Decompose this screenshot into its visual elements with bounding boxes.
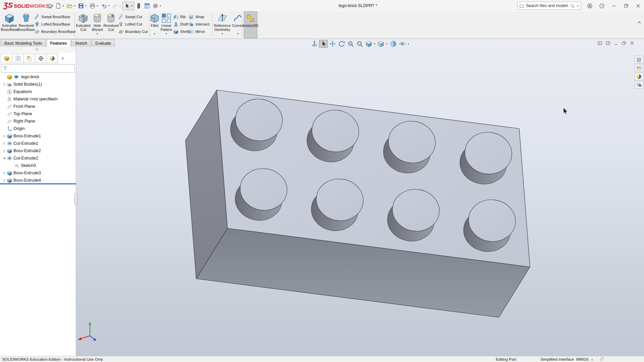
expand-arrow-icon[interactable] [3,179,6,182]
tree-item-equations[interactable]: ΣEquations [0,88,76,95]
tree-item-front-plane[interactable]: Front Plane [0,103,76,110]
manager-tab-properties[interactable] [12,53,24,63]
open-button[interactable]: ▼ [65,1,77,10]
tab-sketch[interactable]: Sketch [71,39,91,47]
tab-evaluate[interactable]: Evaluate [92,39,115,47]
collapse-arrow-icon[interactable] [3,157,6,160]
intersect-button[interactable]: Intersect [188,20,209,28]
doc-close-button[interactable] [629,40,635,47]
display-style-button[interactable] [377,40,385,48]
swept-cut-button[interactable]: Swept Cut [118,13,148,20]
section-view-button[interactable] [389,40,398,48]
dropdown-arrow-icon[interactable]: ▼ [237,33,239,35]
view-palette-button[interactable] [635,64,643,72]
expand-arrow-icon[interactable] [3,142,6,145]
save-button[interactable]: ▼ [77,1,88,10]
extruded-cut-button[interactable]: ExtrudedCut [76,11,91,38]
manager-tab-part[interactable] [1,53,12,63]
instant3d-button[interactable]: Instant3D [244,11,257,38]
doc-restore-button[interactable] [621,40,627,47]
tree-item-right-plane[interactable]: Right Plane [0,118,76,125]
settings-button[interactable]: ▼ [151,1,163,10]
zoom-area-button[interactable] [355,40,364,48]
window-maximize-button[interactable] [620,0,632,11]
dropdown-arrow-icon[interactable]: ▼ [73,5,76,7]
panel-splitter-handle[interactable] [74,193,77,205]
manager-tab-configurations[interactable] [23,53,35,63]
tree-item-sketch3[interactable]: Sketch3 [0,162,76,169]
report-button[interactable] [143,1,151,10]
user-account-button[interactable] [584,0,596,11]
hide-show-dropdown-icon[interactable]: ▼ [407,43,410,45]
zoom-fit-button[interactable] [346,40,355,48]
revolved-boss-button[interactable]: RevolvedBoss/Base [18,11,34,38]
dock-right-button[interactable] [605,40,611,47]
search-box[interactable]: Search files and models▼ [517,2,581,10]
print-button[interactable]: ▼ [88,1,100,10]
search-dropdown-icon[interactable]: ▼ [577,5,579,7]
select-button[interactable]: ▼ [122,1,135,10]
draft-button[interactable]: Draft [173,20,188,28]
linear-pattern-button[interactable]: LinearPattern▼ [160,11,173,38]
ribbon-collapse-icon[interactable] [637,20,642,25]
tab-features[interactable]: Features [47,39,71,47]
dropdown-arrow-icon[interactable]: ▼ [96,5,99,7]
search-input[interactable]: Search files and models [526,3,568,8]
appearances-scenes-button[interactable] [635,73,643,80]
new-document-button[interactable]: ▼ [54,1,65,10]
lofted-button[interactable]: Lofted Boss/Base [34,20,76,28]
window-minimize-button[interactable] [608,0,620,11]
tree-item-origin[interactable]: Origin [0,125,76,132]
status-tag-icon[interactable] [599,357,604,362]
expand-arrow-icon[interactable] [3,135,6,138]
fillet-button[interactable]: Fillet▼ [150,11,160,38]
tree-item-boss-extrude3[interactable]: Boss-Extrude3 [0,169,76,177]
panel-splitter-dot[interactable] [36,48,38,51]
normal-to-button[interactable] [310,40,319,48]
wrap-button[interactable]: Wrap [188,13,209,20]
dropdown-arrow-icon[interactable]: ▼ [62,5,64,7]
dropdown-arrow-icon[interactable]: ▼ [159,5,162,7]
tree-item-top-plane[interactable]: Top Plane [0,110,76,118]
view-orientation-dropdown-icon[interactable]: ▼ [373,43,376,45]
doc-minimize-button[interactable] [613,40,619,47]
manager-tab-dimxpert[interactable] [35,53,47,63]
dropdown-arrow-icon[interactable]: ▼ [165,33,168,35]
reference-geometry-button[interactable]: ReferenceGeometry▼ [214,11,231,38]
dropdown-arrow-icon[interactable]: ▼ [119,5,121,7]
lego-brick-model[interactable] [185,90,530,317]
tree-item-material-not-specified[interactable]: Material <not specified> [0,95,76,103]
forum-button[interactable] [635,81,643,89]
tree-item-boss-extrude2[interactable]: Boss-Extrude2 [0,147,76,154]
tree-item-lego-brick[interactable]: lego-brick [0,73,76,81]
tab-basic-modeling-tools[interactable]: Basic Modeling Tools [1,39,46,47]
dropdown-arrow-icon[interactable]: ▼ [221,33,224,35]
tree-item-boss-extrude4[interactable]: Boss-Extrude4 [0,177,76,184]
tree-item-cut-extrude2[interactable]: Cut-Extrude2 [0,154,76,162]
dock-left-button[interactable] [597,40,603,47]
dropdown-arrow-icon[interactable]: ▼ [131,5,133,7]
rib-button[interactable]: Rib [173,13,188,20]
extruded-boss-button[interactable]: ExtrudedBoss/Base [1,11,18,38]
lofted-cut-button[interactable]: Lofted Cut [118,20,148,28]
shell-button[interactable]: Shell [173,28,188,35]
manager-tabs-overflow-button[interactable] [60,53,65,63]
design-library-button[interactable] [635,56,643,63]
viewport-3d[interactable] [76,39,644,356]
select-arrow-button[interactable] [319,40,328,48]
tree-item-cut-extrude1[interactable]: Cut-Extrude1 [0,140,76,147]
help-button[interactable]: ? [596,0,608,11]
swept-button[interactable]: Swept Boss/Base [34,13,76,20]
dropdown-arrow-icon[interactable]: ▼ [96,33,99,35]
redo-button[interactable]: ▼ [111,1,122,10]
revolved-cut-button[interactable]: RevolvedCut [104,11,118,38]
home-button[interactable] [46,1,54,10]
window-close-button[interactable] [632,0,644,11]
boundary-cut-button[interactable]: Boundary Cut [118,28,148,35]
tree-item-boss-extrude1[interactable]: Boss-Extrude1 [0,132,76,140]
tree-filter-box[interactable] [1,64,75,73]
manager-tab-display[interactable] [46,53,58,63]
tree-item-solid-bodies-1[interactable]: Solid Bodies(1) [0,81,76,88]
view-orientation-button[interactable] [364,40,373,48]
rotate-button[interactable] [337,40,346,48]
